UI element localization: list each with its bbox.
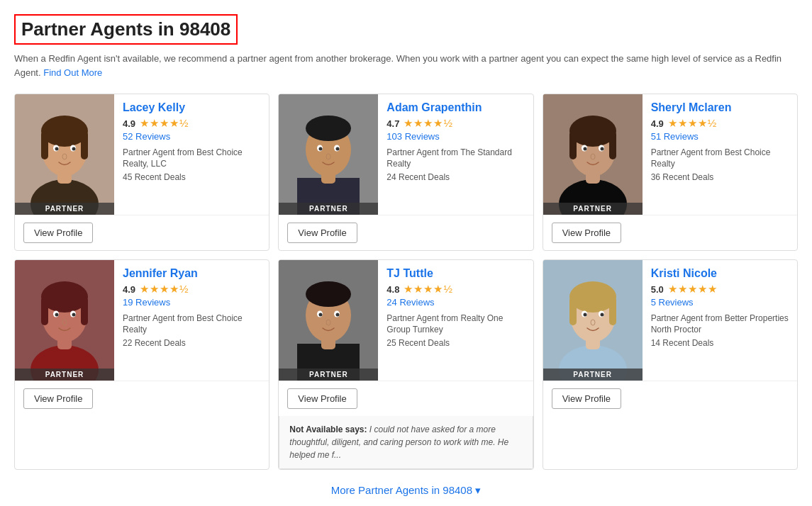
svg-point-22	[326, 154, 330, 159]
svg-point-32	[583, 147, 586, 151]
agent-card-lacey-kelly: PARTNER Lacey Kelly 4.9 ★★★★½ 52 Reviews…	[14, 94, 269, 251]
svg-point-21	[336, 147, 340, 151]
brokerage: Partner Agent from Best Choice Realty	[651, 147, 789, 169]
svg-point-17	[306, 116, 351, 141]
svg-point-68	[600, 313, 604, 317]
agent-info: Jennifer Ryan 4.9 ★★★★½ 19 Reviews Partn…	[114, 260, 269, 381]
card-top: PARTNER Kristi Nicole 5.0 ★★★★★ 5 Review…	[543, 260, 797, 381]
svg-point-46	[62, 320, 67, 325]
rating-number: 4.9	[651, 118, 664, 129]
card-inner: PARTNER Lacey Kelly 4.9 ★★★★½ 52 Reviews…	[15, 94, 269, 250]
svg-point-57	[326, 320, 330, 325]
rating-row: 5.0 ★★★★★	[651, 283, 789, 296]
agent-photo-wrapper: PARTNER	[15, 94, 114, 215]
agents-grid: PARTNER Lacey Kelly 4.9 ★★★★½ 52 Reviews…	[14, 94, 798, 470]
svg-point-10	[72, 147, 76, 151]
view-profile-row: View Profile	[279, 215, 533, 250]
agent-name: Lacey Kelly	[123, 101, 260, 114]
view-profile-button[interactable]: View Profile	[23, 388, 93, 409]
svg-point-44	[55, 313, 59, 317]
svg-rect-29	[609, 131, 616, 159]
svg-rect-41	[81, 297, 88, 325]
agent-name: Adam Grapenthin	[386, 101, 524, 114]
svg-rect-64	[609, 297, 616, 325]
tooltip-not-available: Not Available says:	[289, 425, 367, 434]
recent-deals: 36 Recent Deals	[651, 172, 789, 182]
view-profile-button[interactable]: View Profile	[23, 223, 93, 243]
agent-card-jennifer-ryan: PARTNER Jennifer Ryan 4.9 ★★★★½ 19 Revie…	[14, 259, 269, 470]
agent-photo-wrapper: PARTNER	[15, 260, 114, 381]
view-profile-button[interactable]: View Profile	[552, 388, 621, 409]
svg-point-56	[336, 313, 340, 317]
svg-point-33	[600, 147, 604, 151]
recent-deals: 14 Recent Deals	[651, 338, 789, 348]
stars: ★★★★★	[668, 283, 718, 296]
agent-name: Sheryl Mclaren	[651, 101, 789, 114]
rating-number: 4.9	[123, 284, 135, 295]
agent-photo-wrapper: PARTNER	[279, 94, 378, 215]
stars: ★★★★½	[140, 117, 189, 130]
svg-point-45	[72, 313, 76, 317]
svg-point-52	[306, 281, 351, 307]
card-top: PARTNER Sheryl Mclaren 4.9 ★★★★½ 51 Revi…	[543, 94, 797, 215]
svg-point-55	[319, 313, 323, 317]
reviews-count: 24 Reviews	[386, 297, 524, 308]
svg-point-69	[591, 320, 595, 325]
card-inner: PARTNER Adam Grapenthin 4.7 ★★★★½ 103 Re…	[279, 94, 533, 250]
reviews-count: 5 Reviews	[651, 297, 789, 308]
card-inner: PARTNER TJ Tuttle 4.8 ★★★★½ 24 Reviews P…	[279, 260, 533, 469]
stars: ★★★★½	[140, 283, 189, 296]
agent-photo-wrapper: PARTNER	[279, 260, 378, 381]
agent-name: TJ Tuttle	[386, 267, 524, 280]
reviews-count: 51 Reviews	[651, 131, 789, 142]
partner-badge: PARTNER	[543, 203, 643, 215]
stars: ★★★★½	[668, 117, 718, 130]
agent-photo	[543, 260, 643, 381]
agent-photo	[279, 94, 378, 215]
view-profile-button[interactable]: View Profile	[552, 223, 621, 243]
partner-badge: PARTNER	[543, 369, 643, 381]
svg-rect-40	[41, 297, 48, 325]
agent-photo	[279, 260, 378, 381]
more-agents-section: More Partner Agents in 98408 ▾	[14, 484, 798, 497]
agent-name: Jennifer Ryan	[123, 267, 260, 280]
agent-info: Adam Grapenthin 4.7 ★★★★½ 103 Reviews Pa…	[378, 94, 533, 215]
svg-rect-5	[41, 131, 48, 159]
stars: ★★★★½	[404, 117, 453, 130]
svg-rect-63	[569, 297, 577, 325]
svg-point-9	[55, 147, 59, 151]
svg-point-11	[62, 154, 67, 159]
find-out-more-link[interactable]: Find Out More	[43, 67, 102, 78]
card-inner: PARTNER Kristi Nicole 5.0 ★★★★★ 5 Review…	[543, 260, 797, 416]
agent-info: Sheryl Mclaren 4.9 ★★★★½ 51 Reviews Part…	[643, 94, 797, 215]
card-inner: PARTNER Sheryl Mclaren 4.9 ★★★★½ 51 Revi…	[543, 94, 797, 250]
view-profile-row: View Profile	[543, 215, 797, 250]
recent-deals: 25 Recent Deals	[386, 338, 524, 348]
recent-deals: 24 Recent Deals	[386, 172, 524, 182]
reviews-count: 52 Reviews	[123, 131, 260, 142]
view-profile-row: View Profile	[15, 215, 269, 250]
rating-row: 4.9 ★★★★½	[651, 117, 789, 130]
more-agents-link[interactable]: More Partner Agents in 98408 ▾	[331, 484, 481, 496]
brokerage: Partner Agent from Realty One Group Turn…	[386, 313, 524, 335]
view-profile-button[interactable]: View Profile	[287, 388, 357, 409]
rating-row: 4.9 ★★★★½	[123, 117, 260, 130]
rating-row: 4.8 ★★★★½	[386, 283, 524, 296]
svg-point-34	[591, 154, 595, 159]
rating-number: 4.7	[386, 118, 399, 129]
stars: ★★★★½	[404, 283, 453, 296]
agent-photo	[15, 260, 114, 381]
brokerage: Partner Agent from Better Properties Nor…	[651, 313, 789, 335]
rating-number: 4.8	[386, 284, 399, 295]
view-profile-row: View Profile	[543, 381, 797, 416]
card-inner: PARTNER Jennifer Ryan 4.9 ★★★★½ 19 Revie…	[15, 260, 269, 416]
card-top: PARTNER Adam Grapenthin 4.7 ★★★★½ 103 Re…	[279, 94, 533, 215]
brokerage: Partner Agent from Best Choice Realty, L…	[123, 147, 260, 169]
agent-card-tj-tuttle: PARTNER TJ Tuttle 4.8 ★★★★½ 24 Reviews P…	[278, 259, 533, 470]
view-profile-button[interactable]: View Profile	[287, 223, 357, 243]
agent-info: Lacey Kelly 4.9 ★★★★½ 52 Reviews Partner…	[114, 94, 269, 215]
card-top: PARTNER Jennifer Ryan 4.9 ★★★★½ 19 Revie…	[15, 260, 269, 381]
agent-photo-wrapper: PARTNER	[543, 94, 643, 215]
agent-card-sheryl-mclaren: PARTNER Sheryl Mclaren 4.9 ★★★★½ 51 Revi…	[543, 94, 798, 251]
svg-point-20	[319, 147, 323, 151]
